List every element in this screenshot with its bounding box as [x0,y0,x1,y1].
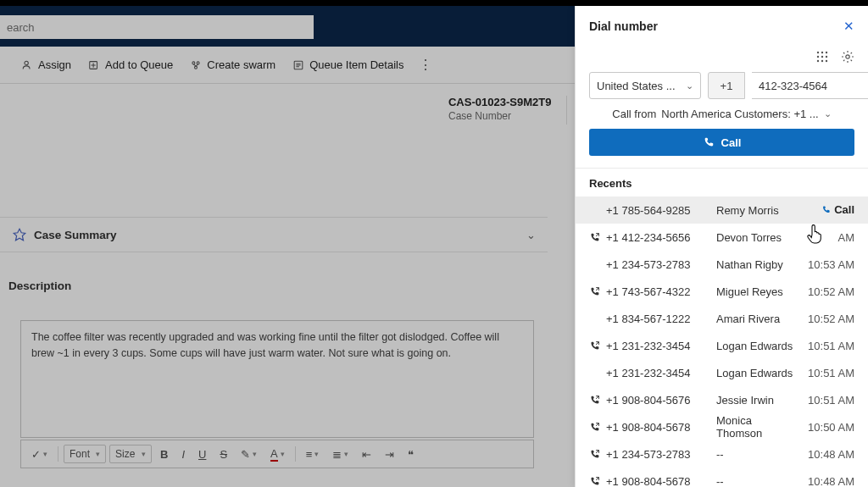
description-editor[interactable]: The coffee filter was recently upgraded … [20,320,534,438]
recent-row[interactable]: +1 234-573-2783Nathan Rigby10:53 AM [576,251,868,278]
recent-time: 10:50 AM [800,421,854,434]
recent-row[interactable]: +1 908-804-5676Jessie Irwin10:51 AM [576,386,868,413]
recent-time: 10:53 AM [800,258,854,271]
underline-button[interactable]: U [193,445,211,463]
svg-point-10 [817,56,819,58]
font-color-button[interactable]: A▾ [265,445,290,464]
recent-name: Devon Torres [716,231,800,244]
quote-button[interactable]: ❝ [403,445,419,463]
phone-number-input[interactable] [752,72,868,99]
recent-time: 10:52 AM [800,313,854,325]
recent-row[interactable]: +1 234-573-2783--10:48 AM [576,440,868,468]
recent-name: -- [716,475,800,488]
bullet-list-button[interactable]: ≡▾ [301,445,325,463]
dialpad-icon[interactable] [815,50,829,64]
svg-point-0 [25,61,28,64]
bold-button[interactable]: B [155,445,173,463]
number-list-button[interactable]: ≣▾ [327,445,353,463]
recent-time: AM [800,231,854,244]
recent-number: +1 908-804-5678 [606,475,716,488]
outgoing-call-icon [589,422,606,433]
assign-button[interactable]: Assign [13,47,80,83]
case-number-block: CAS-01023-S9M2T9 Case Number [448,96,551,125]
divider [576,168,868,169]
italic-button[interactable]: I [176,445,190,463]
call-from-value: North America Customers: +1 ... [661,108,818,120]
outgoing-call-icon [589,340,606,351]
queue-item-details-label: Queue Item Details [309,58,403,71]
recent-name: Miguel Reyes [716,285,800,298]
person-icon [21,59,33,71]
size-picker[interactable]: Size▾ [109,445,152,463]
summary-icon [12,227,27,242]
recent-name: -- [716,448,800,461]
country-prefix: +1 [708,72,745,99]
add-to-queue-button[interactable]: Add to Queue [80,47,181,83]
recent-row[interactable]: +1 908-804-5678--10:48 AM [576,468,868,487]
case-summary-accordion[interactable]: Case Summary ⌄ [0,217,548,252]
recent-number: +1 785-564-9285 [606,204,716,217]
create-swarm-button[interactable]: Create swarm [181,47,284,83]
editor-toolbar: ✓▾ Font▾ Size▾ B I U S ✎▾ A▾ ≡▾ ≣▾ ⇤ ⇥ ❝ [20,440,534,468]
overflow-menu[interactable]: ⋮ [412,57,439,73]
recent-row[interactable]: +1 834-567-1222Amari Rivera10:52 AM [576,305,868,332]
recent-name: Nathan Rigby [716,258,800,271]
font-picker[interactable]: Font▾ [64,445,106,463]
close-icon[interactable]: ✕ [843,19,854,34]
phone-icon [703,136,715,148]
call-button[interactable]: Call [589,129,854,156]
search-input[interactable] [0,15,314,39]
recent-number: +1 234-573-2783 [606,258,716,271]
paragraph-menu[interactable]: ✓▾ [26,445,53,463]
recent-name: Monica Thomson [716,414,800,440]
outgoing-call-icon [589,395,606,406]
recent-number: +1 908-804-5676 [606,394,716,407]
svg-point-12 [826,56,827,58]
outdent-button[interactable]: ⇤ [357,445,376,463]
recent-row[interactable]: +1 231-232-3454Logan Edwards10:51 AM [576,359,868,386]
strike-button[interactable]: S [214,445,232,463]
svg-point-9 [826,52,827,53]
country-select[interactable]: United States ... ⌄ [589,72,701,99]
recent-row[interactable]: +1 743-567-4322Miguel Reyes10:52 AM [576,278,868,305]
svg-point-3 [197,61,199,64]
case-number-value: CAS-01023-S9M2T9 [448,96,551,110]
recent-number: +1 412-234-5656 [606,231,716,244]
case-summary-title: Case Summary [34,229,117,241]
recent-name: Remy Morris [716,204,800,217]
recent-call-action: Call [800,203,854,217]
queue-item-details-button[interactable]: Queue Item Details [284,47,412,83]
svg-point-8 [821,52,823,53]
details-icon [292,59,304,71]
recent-time: 10:51 AM [800,367,854,379]
svg-point-14 [821,60,823,62]
recent-name: Amari Rivera [716,313,800,325]
description-text: The coffee filter was recently upgraded … [31,329,523,362]
svg-point-11 [821,56,823,58]
recent-number: +1 834-567-1222 [606,313,716,325]
queue-add-icon [88,59,100,71]
description-label: Description [8,279,71,292]
outgoing-call-icon [589,232,606,243]
dial-title: Dial number [589,19,658,33]
chevron-down-icon: ⌄ [824,108,832,119]
recent-number: +1 743-567-4322 [606,285,716,298]
call-from-select[interactable]: Call from North America Customers: +1 ..… [576,99,868,129]
svg-point-16 [846,55,849,58]
recent-row[interactable]: +1 231-232-3454Logan Edwards10:51 AM [576,332,868,359]
recents-title: Recents [576,177,868,196]
toolbar-separator [295,446,296,462]
outgoing-call-icon [589,476,606,487]
gear-icon[interactable] [841,50,854,64]
indent-button[interactable]: ⇥ [380,445,399,463]
outgoing-call-icon [589,286,606,297]
recent-row[interactable]: +1 785-564-9285Remy MorrisCall [576,196,868,224]
highlight-button[interactable]: ✎▾ [236,445,262,463]
top-black-bar [0,0,868,6]
call-button-label: Call [721,136,742,149]
chevron-down-icon: ⌄ [526,229,536,241]
recent-time: 10:52 AM [800,285,854,298]
recent-row[interactable]: +1 412-234-5656Devon TorresAM [576,224,868,251]
recent-row[interactable]: +1 908-804-5678Monica Thomson10:50 AM [576,413,868,440]
add-to-queue-label: Add to Queue [105,58,173,71]
